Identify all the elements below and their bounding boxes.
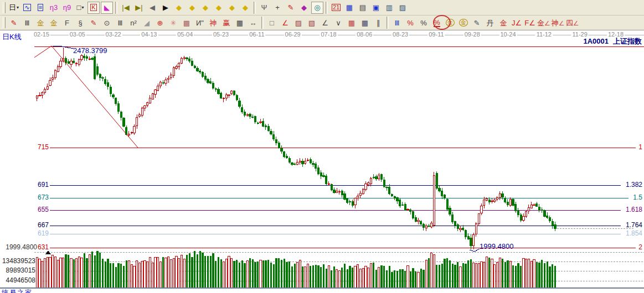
candle-up xyxy=(54,70,56,77)
symbol-code: 1A0001 xyxy=(583,37,609,45)
candle-up xyxy=(486,199,487,201)
candle-down xyxy=(244,112,245,116)
date-label: 10-24 xyxy=(499,31,517,38)
candle-down xyxy=(189,59,190,61)
candle-down xyxy=(115,98,117,103)
volume-bar-down xyxy=(449,260,451,287)
candle-down xyxy=(547,216,548,218)
period-label: 日K线 xyxy=(2,33,22,41)
candle-down xyxy=(441,191,443,196)
volume-bar-down xyxy=(273,264,275,287)
chart-canvas[interactable] xyxy=(0,0,644,293)
volume-bar-up xyxy=(47,257,48,287)
candle-down xyxy=(375,176,377,179)
candle-down xyxy=(507,202,508,205)
candle-up xyxy=(433,175,435,225)
candle-down xyxy=(410,210,411,212)
candle-up xyxy=(42,92,43,96)
volume-bar-up xyxy=(481,262,482,287)
candle-up xyxy=(52,77,54,80)
volume-bar-down xyxy=(123,266,125,287)
volume-bar-down xyxy=(281,260,282,287)
candle-down xyxy=(249,114,251,116)
volume-bar-down xyxy=(312,265,314,287)
trend-line[interactable] xyxy=(34,46,51,57)
candle-up xyxy=(299,161,301,162)
candle-down xyxy=(294,164,296,165)
pane-splitter[interactable] xyxy=(0,287,644,289)
volume-bar-down xyxy=(110,263,111,287)
volume-bar-up xyxy=(63,258,64,287)
volume-bar-down xyxy=(333,266,335,287)
volume-bar-up xyxy=(473,263,475,287)
volume-bar-up xyxy=(486,257,487,287)
candle-up xyxy=(223,98,224,99)
volume-bar-up xyxy=(338,271,340,287)
volume-bar-up xyxy=(133,266,135,287)
fib-left-label: 667 xyxy=(22,222,49,229)
candle-up xyxy=(460,229,461,230)
volume-bar-down xyxy=(317,265,319,287)
candle-down xyxy=(536,204,538,206)
candle-down xyxy=(454,221,456,225)
candle-down xyxy=(96,67,98,74)
swing-low-annotation[interactable]: 1999.4800 xyxy=(480,243,513,250)
candle-down xyxy=(73,61,75,63)
volume-bar-up xyxy=(533,260,535,287)
volume-bar-down xyxy=(536,262,538,287)
candle-down xyxy=(112,95,114,97)
volume-bar-up xyxy=(75,258,77,287)
volume-bar-up xyxy=(491,259,493,287)
candle-down xyxy=(520,215,522,221)
volume-bar-down xyxy=(265,260,266,287)
candle-down xyxy=(210,81,212,83)
candle-down xyxy=(123,118,125,127)
volume-bar-down xyxy=(323,264,324,287)
candle-down xyxy=(275,140,277,143)
volume-bar-up xyxy=(42,261,43,287)
fib-left-label: 715 xyxy=(22,144,49,151)
volume-bar-up xyxy=(354,266,356,287)
swing-high-annotation[interactable]: 2478.3799 xyxy=(73,47,107,55)
candle-up xyxy=(336,191,338,192)
date-label: 12-18 xyxy=(607,31,625,38)
volume-bar-up xyxy=(362,268,364,287)
candle-up xyxy=(368,182,369,185)
candle-up xyxy=(168,78,169,79)
candle-up xyxy=(228,95,230,96)
date-label: 11-29 xyxy=(571,31,588,38)
candle-down xyxy=(286,156,287,158)
volume-bar-down xyxy=(197,254,198,287)
candle-down xyxy=(117,103,119,111)
volume-bar-down xyxy=(394,270,395,287)
volume-bar-up xyxy=(530,261,532,287)
candle-down xyxy=(412,211,414,218)
candle-down xyxy=(383,180,385,187)
fib-left-label: 655 xyxy=(22,206,49,213)
volume-bar-down xyxy=(270,263,272,287)
date-label: 05-04 xyxy=(176,31,194,38)
candle-down xyxy=(94,56,96,79)
volume-bar-up xyxy=(36,258,38,287)
volume-bar-up xyxy=(141,261,143,287)
volume-bar-up xyxy=(39,259,40,287)
candle-down xyxy=(512,200,514,206)
candle-up xyxy=(170,75,172,78)
volume-bar-up xyxy=(478,263,480,287)
candle-up xyxy=(296,163,298,165)
volume-bar-down xyxy=(120,264,122,287)
volume-bar-up xyxy=(368,268,369,287)
highlight-ellipse-annotation[interactable] xyxy=(433,15,451,30)
candle-up xyxy=(328,184,329,185)
candle-down xyxy=(352,201,353,206)
volume-bar-up xyxy=(357,265,359,287)
candle-up xyxy=(131,133,132,133)
candle-up xyxy=(478,214,480,224)
volume-bar-up xyxy=(131,265,132,287)
candle-down xyxy=(84,56,85,57)
volume-bar-up xyxy=(407,265,409,287)
candle-down xyxy=(549,217,550,221)
volume-bar-down xyxy=(520,266,522,287)
volume-bar-down xyxy=(439,265,440,287)
candle-down xyxy=(302,161,303,164)
